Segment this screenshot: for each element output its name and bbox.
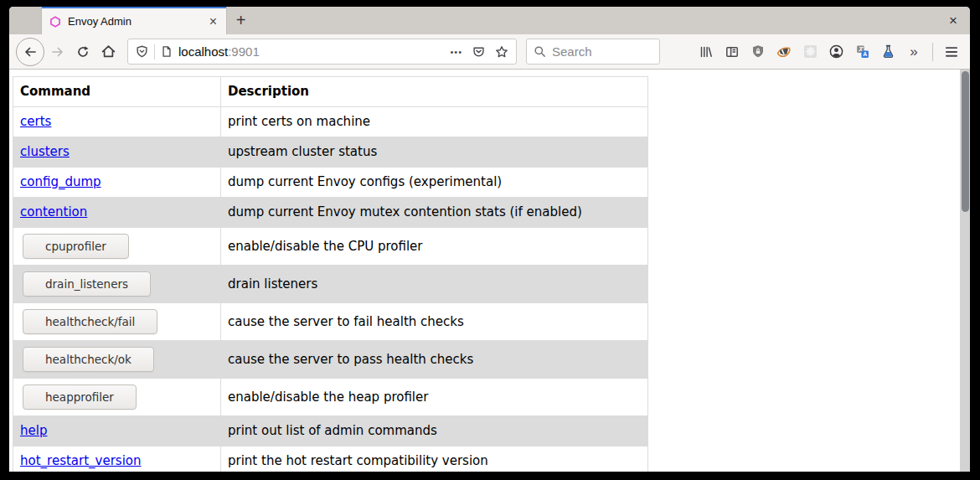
forward-button[interactable] (45, 39, 70, 65)
forward-arrow-icon (51, 45, 64, 59)
privacy-badger-icon[interactable] (772, 40, 796, 64)
home-button[interactable] (95, 39, 121, 65)
command-cell: drain_listeners (13, 266, 221, 303)
svg-text:A: A (863, 51, 867, 57)
command-cell: cpuprofiler (13, 228, 221, 266)
command-cell: heapprofiler (13, 379, 221, 416)
command-description: cause the server to fail health checks (221, 303, 648, 341)
overflow-chevron-icon[interactable]: » (902, 40, 926, 64)
url-divider (154, 44, 155, 59)
tab-envoy-admin[interactable]: Envoy Admin × (42, 7, 226, 34)
table-row: helpprint out list of admin commands (13, 416, 648, 446)
command-cell: certs (13, 107, 221, 137)
pocket-icon[interactable] (472, 45, 485, 58)
column-header-description: Description (221, 77, 648, 107)
toolbar-extensions-area: A » (694, 40, 963, 64)
command-table-body: certsprint certs on machineclustersupstr… (13, 107, 648, 472)
command-button[interactable]: healthcheck/fail (23, 309, 157, 334)
scrollbar-thumb[interactable] (962, 71, 969, 212)
command-button[interactable]: healthcheck/ok (23, 347, 154, 372)
reload-button[interactable] (70, 39, 95, 65)
shield-lock-icon[interactable] (746, 40, 770, 64)
command-description: cause the server to pass health checks (221, 341, 648, 379)
table-row: heapprofilerenable/disable the heap prof… (13, 379, 648, 416)
home-icon (101, 44, 116, 59)
command-link[interactable]: config_dump (20, 174, 101, 189)
account-icon[interactable] (824, 40, 848, 64)
menu-icon[interactable] (940, 40, 963, 64)
bookmark-star-icon[interactable] (495, 45, 508, 59)
command-table: Command Description certsprint certs on … (13, 76, 648, 472)
envoy-hexagon-icon (49, 16, 61, 28)
table-row: contentiondump current Envoy mutex conte… (13, 198, 648, 228)
command-description: dump current Envoy configs (experimental… (221, 168, 648, 198)
command-cell: healthcheck/fail (13, 303, 221, 341)
table-row: config_dumpdump current Envoy configs (e… (13, 168, 648, 198)
url-host[interactable]: localhost (178, 44, 228, 59)
browser-window: Envoy Admin × + × (9, 7, 970, 472)
page-content: Command Description certsprint certs on … (9, 70, 970, 472)
table-row: clustersupstream cluster status (13, 137, 648, 168)
scrollbar[interactable] (960, 70, 970, 472)
command-description: enable/disable the heap profiler (221, 379, 648, 416)
library-icon[interactable] (694, 40, 718, 64)
table-row: cpuprofilerenable/disable the CPU profil… (13, 228, 648, 266)
command-cell: config_dump (13, 168, 221, 198)
titlebar-drag-area (255, 7, 936, 34)
search-icon (534, 45, 546, 58)
command-description: print out list of admin commands (221, 416, 648, 446)
search-bar[interactable] (526, 39, 660, 65)
flask-icon[interactable] (876, 40, 900, 64)
url-bar[interactable]: localhost :9901 ••• (127, 39, 517, 65)
back-button[interactable] (16, 38, 44, 66)
titlebar-left-pad (9, 7, 42, 34)
command-description: drain listeners (221, 266, 648, 303)
navigation-toolbar: localhost :9901 ••• (9, 34, 970, 70)
table-header-row: Command Description (13, 77, 648, 107)
command-button[interactable]: heapprofiler (23, 385, 137, 410)
toolbar-divider (932, 43, 933, 61)
search-input[interactable] (552, 44, 636, 59)
command-cell: contention (13, 198, 221, 228)
tab-title: Envoy Admin (68, 15, 201, 28)
tab-close-icon[interactable]: × (208, 15, 219, 28)
table-row: drain_listenersdrain listeners (13, 266, 648, 303)
command-cell: help (13, 416, 221, 446)
command-cell: healthcheck/ok (13, 341, 221, 379)
column-header-command: Command (13, 77, 221, 107)
table-row: healthcheck/failcause the server to fail… (13, 303, 648, 341)
command-link[interactable]: contention (20, 204, 87, 219)
command-button[interactable]: drain_listeners (23, 271, 151, 297)
disabled-extension-icon[interactable] (798, 40, 822, 64)
window-close-button[interactable]: × (936, 7, 970, 34)
translate-icon[interactable]: A (850, 40, 874, 64)
titlebar: Envoy Admin × + × (9, 7, 970, 34)
command-cell: clusters (13, 137, 221, 168)
table-row: certsprint certs on machine (13, 107, 648, 137)
new-tab-button[interactable]: + (226, 7, 255, 34)
command-description: print the hot restart compatibility vers… (221, 446, 648, 472)
command-description: print certs on machine (221, 107, 648, 137)
sidebar-icon[interactable] (720, 40, 744, 64)
table-row: hot_restart_versionprint the hot restart… (13, 446, 648, 472)
command-link[interactable]: help (20, 423, 47, 438)
command-description: upstream cluster status (221, 137, 648, 168)
command-link[interactable]: certs (20, 114, 51, 129)
command-description: enable/disable the CPU profiler (221, 228, 648, 266)
command-link[interactable]: hot_restart_version (20, 453, 142, 468)
table-row: healthcheck/okcause the server to pass h… (13, 341, 648, 379)
command-link[interactable]: clusters (20, 144, 70, 159)
url-port[interactable]: :9901 (228, 44, 260, 59)
reload-icon (76, 45, 90, 59)
tracking-protection-shield-icon[interactable] (136, 45, 148, 58)
command-cell: hot_restart_version (13, 446, 221, 472)
back-arrow-icon (23, 45, 37, 59)
page-actions-icon[interactable]: ••• (450, 47, 462, 57)
command-button[interactable]: cpuprofiler (23, 234, 129, 259)
command-description: dump current Envoy mutex contention stat… (221, 198, 648, 228)
page-info-icon[interactable] (161, 45, 173, 58)
